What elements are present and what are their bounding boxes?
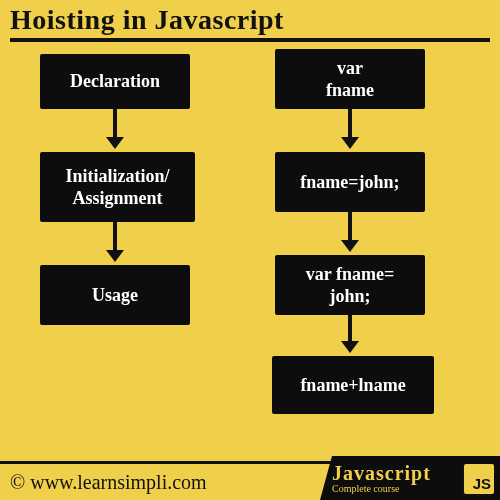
- header: Hoisting in Javascript: [0, 0, 500, 44]
- box-var-fname-john: var fname= john;: [275, 255, 425, 315]
- footer: © www.learnsimpli.com Javascript Complet…: [0, 456, 500, 500]
- footer-url: © www.learnsimpli.com: [10, 471, 207, 494]
- diagram-area: Declaration Initialization/ Assignment U…: [0, 44, 500, 464]
- box-var-fname: var fname: [275, 49, 425, 109]
- arrow-icon: [348, 212, 352, 242]
- box-initialization: Initialization/ Assignment: [40, 152, 195, 222]
- box-fname-assign: fname=john;: [275, 152, 425, 212]
- js-icon: JS: [464, 464, 494, 494]
- footer-badge: Javascript Complete course JS: [320, 456, 500, 500]
- badge-text: Javascript Complete course: [332, 463, 431, 494]
- arrow-icon: [113, 222, 117, 252]
- title-underline: [10, 38, 490, 42]
- arrow-icon: [348, 109, 352, 139]
- badge-title: Javascript: [332, 463, 431, 483]
- box-fname-lname: fname+lname: [272, 356, 434, 414]
- badge-subtitle: Complete course: [332, 484, 431, 494]
- box-usage: Usage: [40, 265, 190, 325]
- page-title: Hoisting in Javascript: [10, 4, 490, 36]
- arrow-icon: [348, 315, 352, 343]
- arrow-icon: [113, 109, 117, 139]
- box-declaration: Declaration: [40, 54, 190, 109]
